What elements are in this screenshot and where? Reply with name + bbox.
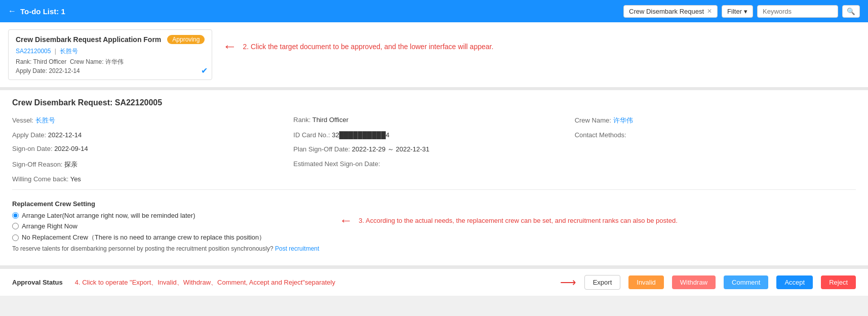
empty-row-2	[575, 159, 856, 171]
vessel-link[interactable]: 长胜号	[60, 48, 78, 55]
willing-row: Willing Come back: Yes	[12, 174, 293, 184]
detail-title: Crew Disembark Request: SA22120005	[12, 98, 856, 107]
replacement-hint-text: 3. According to the actual needs, the re…	[359, 217, 677, 224]
card-section: Crew Disembark Request Application Form …	[0, 22, 868, 90]
comment-button[interactable]: Comment	[724, 275, 768, 289]
signon-date-row: Sign-on Date: 2022-09-14	[12, 143, 293, 155]
detail-grid: Vessel: 长胜号 Rank: Third Officer Crew Nam…	[12, 114, 856, 184]
page-title: To-do List: 1	[20, 7, 65, 16]
apply-date-row: Apply Date: 2022-12-14	[12, 130, 293, 140]
plan-signoff-row: Plan Sign-Off Date: 2022-12-29 ～ 2022-12…	[293, 143, 574, 155]
radio-no-replacement-input[interactable]	[12, 234, 19, 241]
signoff-reason-row: Sign-Off Reason: 探亲	[12, 159, 293, 171]
radio-arrange-now[interactable]: Arrange Right Now	[12, 222, 319, 230]
crew-name-row: Crew Name: 许华伟	[575, 114, 856, 127]
invalid-button[interactable]: Invalid	[628, 275, 664, 289]
radio-no-replacement-label: No Replacement Crew（There is no need to …	[22, 233, 265, 242]
replacement-title: Replacement Crew Setting	[12, 200, 856, 208]
radio-no-replacement[interactable]: No Replacement Crew（There is no need to …	[12, 233, 319, 242]
contact-row: Contact Methods:	[575, 130, 856, 140]
filter-button[interactable]: Filter ▾	[722, 5, 753, 18]
accept-button[interactable]: Accept	[776, 275, 813, 289]
post-recruitment-note: To reserve talents for disembarking pers…	[12, 245, 319, 252]
vessel-row: Vessel: 长胜号	[12, 114, 293, 127]
id-card-row: ID Card No.: 32██████████4	[293, 130, 574, 140]
card-links: SA22120005 | 长胜号	[16, 47, 205, 56]
top-bar: ← To-do List: 1 Crew Disembark Request ✕…	[0, 0, 868, 22]
doc-number-link[interactable]: SA22120005	[16, 48, 51, 55]
withdraw-button[interactable]: Withdraw	[672, 275, 716, 289]
radio-arrange-now-label: Arrange Right Now	[22, 222, 77, 230]
keywords-input[interactable]	[757, 5, 838, 18]
approval-status-label: Approval Status	[12, 279, 63, 286]
detail-section: Crew Disembark Request: SA22120005 Vesse…	[0, 90, 868, 268]
replacement-section: Replacement Crew Setting Arrange Later(N…	[12, 195, 856, 257]
bottom-bar: Approval Status 4. Click to operate "Exp…	[0, 268, 868, 296]
card-rank: Rank: Third Officer Crew Name: 许华伟	[16, 58, 205, 66]
empty-row-1	[575, 143, 856, 155]
filter-tag-text: Crew Disembark Request	[629, 8, 704, 15]
filter-label: Filter	[727, 8, 742, 15]
radio-arrange-later-label: Arrange Later(Not arrange right now, wil…	[22, 212, 195, 219]
application-card[interactable]: Crew Disembark Request Application Form …	[8, 29, 212, 80]
card-hint-text: 2. Click the target document to be appro…	[243, 43, 493, 51]
card-title: Crew Disembark Request Application Form	[16, 35, 161, 44]
bottom-hint-text: 4. Click to operate "Export、Invalid、With…	[75, 278, 552, 287]
filter-tag: Crew Disembark Request ✕	[623, 5, 718, 18]
radio-arrange-now-input[interactable]	[12, 223, 19, 229]
est-signon-row: Estimated Next Sign-on Date:	[293, 159, 574, 171]
rank-row: Rank: Third Officer	[293, 114, 574, 127]
radio-arrange-later[interactable]: Arrange Later(Not arrange right now, wil…	[12, 212, 319, 219]
arrow-left-2-icon: ←	[339, 214, 352, 227]
arrow-right-icon: ⟶	[560, 276, 576, 289]
arrow-left-icon: ←	[222, 40, 236, 54]
card-check-icon: ✔	[201, 66, 208, 75]
top-bar-right: Crew Disembark Request ✕ Filter ▾ 🔍	[623, 5, 860, 18]
reject-button[interactable]: Reject	[821, 275, 856, 289]
search-button[interactable]: 🔍	[842, 5, 860, 18]
export-button[interactable]: Export	[584, 275, 621, 290]
top-bar-title: ← To-do List: 1	[8, 7, 65, 16]
card-date: Apply Date: 2022-12-14	[16, 67, 205, 74]
radio-arrange-later-input[interactable]	[12, 212, 19, 219]
approving-badge: Approving	[167, 35, 205, 44]
filter-tag-close-icon[interactable]: ✕	[707, 8, 712, 15]
filter-chevron-icon: ▾	[744, 8, 747, 15]
post-recruitment-link[interactable]: Post recruitment	[275, 245, 319, 252]
back-arrow-icon[interactable]: ←	[8, 7, 16, 16]
